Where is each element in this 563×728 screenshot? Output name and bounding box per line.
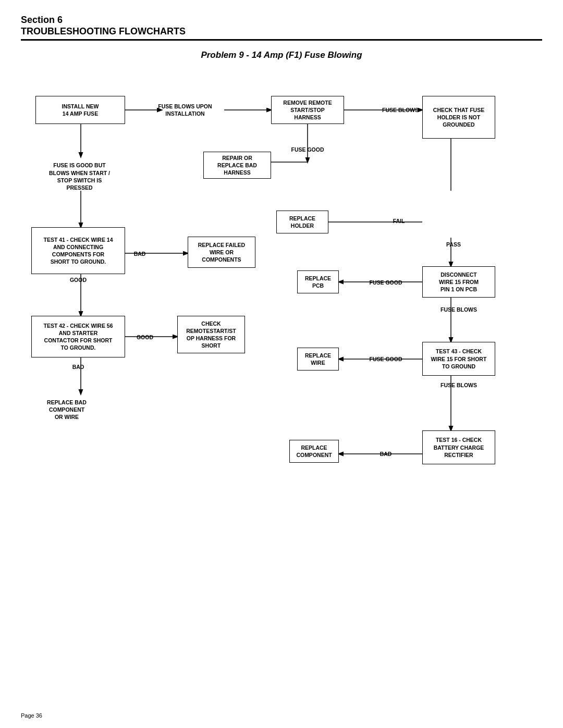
flowchart-area: INSTALL NEW 14 AMP FUSE FUSE BLOWS UPON … — [0, 66, 563, 665]
box-replace-failed: REPLACE FAILED WIRE OR COMPONENTS — [188, 237, 255, 268]
label-fuse-blows-1r: FUSE BLOWS — [380, 102, 421, 118]
box-test43: TEST 43 - CHECK WIRE 15 FOR SHORT TO GRO… — [422, 342, 495, 376]
box-test16: TEST 16 - CHECK BATTERY CHARGE RECTIFIER — [422, 430, 495, 464]
section-rule — [21, 39, 542, 41]
label-fuse-good-2: FUSE GOOD — [365, 276, 407, 289]
box-check-remote: CHECK REMOTESTART/ST OP HARNESS FOR SHOR… — [177, 316, 245, 353]
box-replace-holder: REPLACE HOLDER — [276, 211, 328, 233]
label-fuse-good-but: FUSE IS GOOD BUT BLOWS WHEN START / STOP… — [31, 157, 128, 196]
label-good-1: GOOD — [63, 273, 94, 286]
label-replace-bad-comp: REPLACE BAD COMPONENT OR WIRE — [30, 394, 103, 425]
label-bad-1: BAD — [129, 247, 150, 260]
section-heading: TROUBLESHOOTING FLOWCHARTS — [21, 26, 186, 36]
label-fuse-blows-2: FUSE BLOWS — [433, 303, 485, 316]
label-fail: FAIL — [386, 214, 412, 227]
box-test41: TEST 41 - CHECK WIRE 14 AND CONNECTING C… — [31, 227, 125, 274]
box-install-fuse: INSTALL NEW 14 AMP FUSE — [35, 96, 125, 124]
label-fuse-good-1: FUSE GOOD — [282, 143, 334, 156]
box-repair-harness: REPAIR OR REPLACE BAD HARNESS — [203, 152, 271, 179]
section-title: Section 6 TROUBLESHOOTING FLOWCHARTS — [21, 15, 542, 37]
label-bad-2: BAD — [63, 360, 94, 373]
box-replace-component: REPLACE COMPONENT — [289, 440, 339, 463]
label-bad-3: BAD — [370, 447, 401, 460]
page-header: Section 6 TROUBLESHOOTING FLOWCHARTS — [0, 0, 563, 41]
page-footer: Page 36 — [21, 712, 42, 719]
label-fuse-blows-3: FUSE BLOWS — [433, 378, 485, 391]
box-remove-remote: REMOVE REMOTE START/STOP HARNESS — [271, 96, 344, 124]
page-number: Page 36 — [21, 712, 42, 719]
box-test42: TEST 42 - CHECK WIRE 56 AND STARTER CONT… — [31, 316, 125, 357]
label-good-2: GOOD — [129, 330, 161, 343]
box-replace-pcb: REPLACE PCB — [297, 270, 339, 293]
box-replace-wire: REPLACE WIRE — [297, 348, 339, 371]
box-disconnect-wire15: DISCONNECT WIRE 15 FROM PIN 1 ON PCB — [422, 266, 495, 298]
problem-title: Problem 9 - 14 Amp (F1) Fuse Blowing — [21, 50, 542, 60]
label-fuse-blows-upon: FUSE BLOWS UPON INSTALLATION — [154, 100, 216, 120]
box-check-fuse-holder: CHECK THAT FUSE HOLDER IS NOT GROUNDED — [422, 96, 495, 139]
label-pass: PASS — [440, 238, 467, 251]
label-fuse-good-3: FUSE GOOD — [365, 352, 407, 365]
section-number: Section 6 — [21, 15, 63, 25]
